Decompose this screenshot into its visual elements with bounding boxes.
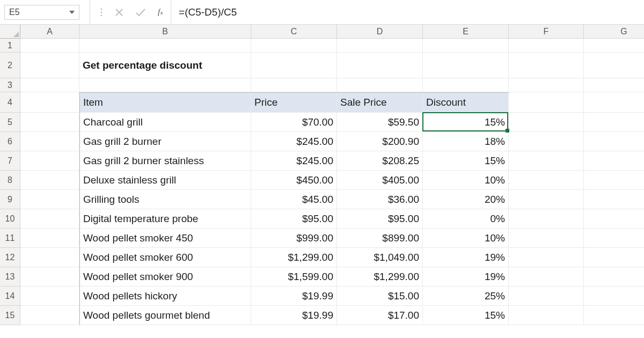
formula-expand-icon[interactable]: [100, 8, 103, 17]
cell[interactable]: [509, 132, 584, 151]
enter-icon[interactable]: [135, 8, 146, 17]
price-cell[interactable]: $19.99: [251, 286, 337, 306]
sale-price-cell[interactable]: $36.00: [337, 190, 423, 209]
item-cell[interactable]: Wood pellets gourmet blend: [79, 306, 251, 325]
cell[interactable]: [584, 53, 644, 78]
cell[interactable]: [337, 53, 423, 78]
row-header[interactable]: 11: [0, 229, 20, 248]
cell[interactable]: [584, 229, 644, 248]
cell[interactable]: [20, 113, 79, 132]
cell[interactable]: [423, 39, 509, 53]
cell[interactable]: [251, 78, 337, 92]
price-cell[interactable]: $1,299.00: [251, 248, 337, 267]
name-box[interactable]: E5: [4, 5, 79, 20]
item-cell[interactable]: Digital temperature probe: [79, 209, 251, 229]
column-header[interactable]: E: [423, 25, 509, 39]
cell[interactable]: [509, 306, 584, 325]
row-header[interactable]: 14: [0, 286, 20, 306]
cell[interactable]: [509, 39, 584, 53]
cell[interactable]: [584, 151, 644, 171]
item-cell[interactable]: Gas grill 2 burner stainless: [79, 151, 251, 171]
item-cell[interactable]: Gas grill 2 burner: [79, 132, 251, 151]
column-header[interactable]: C: [251, 25, 337, 39]
item-cell[interactable]: Wood pellets hickory: [79, 286, 251, 306]
table-header[interactable]: Item: [79, 92, 251, 113]
cell[interactable]: [509, 209, 584, 229]
cell[interactable]: [20, 267, 79, 286]
sale-price-cell[interactable]: $1,049.00: [337, 248, 423, 267]
row-header[interactable]: 4: [0, 92, 20, 113]
cell[interactable]: [20, 92, 79, 113]
row-header[interactable]: 7: [0, 151, 20, 171]
cell[interactable]: [423, 53, 509, 78]
column-header[interactable]: G: [584, 25, 644, 39]
cell[interactable]: [79, 78, 251, 92]
cell[interactable]: [509, 53, 584, 78]
discount-cell[interactable]: 20%: [423, 190, 509, 209]
price-cell[interactable]: $19.99: [251, 306, 337, 325]
row-header[interactable]: 12: [0, 248, 20, 267]
cell[interactable]: [584, 190, 644, 209]
cell[interactable]: [509, 92, 584, 113]
cell[interactable]: [423, 78, 509, 92]
spreadsheet-grid[interactable]: ABCDEFG12Get percentage discount34ItemPr…: [0, 25, 644, 325]
cell[interactable]: [584, 171, 644, 190]
price-cell[interactable]: $245.00: [251, 132, 337, 151]
row-header[interactable]: 15: [0, 306, 20, 325]
cell[interactable]: [251, 39, 337, 53]
cell[interactable]: [584, 78, 644, 92]
discount-cell[interactable]: 10%: [423, 171, 509, 190]
cell[interactable]: [509, 113, 584, 132]
discount-cell[interactable]: 15%: [423, 151, 509, 171]
discount-cell[interactable]: 18%: [423, 132, 509, 151]
sale-price-cell[interactable]: $59.50: [337, 113, 423, 132]
row-header[interactable]: 5: [0, 113, 20, 132]
cell[interactable]: [584, 286, 644, 306]
cell[interactable]: [584, 248, 644, 267]
sale-price-cell[interactable]: $208.25: [337, 151, 423, 171]
discount-cell[interactable]: 25%: [423, 286, 509, 306]
cell[interactable]: [584, 113, 644, 132]
page-title[interactable]: Get percentage discount: [79, 53, 251, 78]
cell[interactable]: [251, 53, 337, 78]
row-header[interactable]: 6: [0, 132, 20, 151]
cell[interactable]: [20, 248, 79, 267]
chevron-down-icon[interactable]: [69, 11, 75, 14]
cell[interactable]: [584, 132, 644, 151]
cell[interactable]: [584, 92, 644, 113]
cell[interactable]: [20, 209, 79, 229]
price-cell[interactable]: $999.00: [251, 229, 337, 248]
table-header[interactable]: Discount: [423, 92, 509, 113]
item-cell[interactable]: Wood pellet smoker 600: [79, 248, 251, 267]
row-header[interactable]: 2: [0, 53, 20, 78]
cell[interactable]: [509, 171, 584, 190]
cell[interactable]: [509, 190, 584, 209]
row-header[interactable]: 9: [0, 190, 20, 209]
cell[interactable]: [584, 39, 644, 53]
item-cell[interactable]: Charcoal grill: [79, 113, 251, 132]
cell[interactable]: [584, 267, 644, 286]
item-cell[interactable]: Deluxe stainless grill: [79, 171, 251, 190]
cell[interactable]: [20, 39, 79, 53]
sale-price-cell[interactable]: $405.00: [337, 171, 423, 190]
formula-input[interactable]: =(C5-D5)/C5: [171, 0, 644, 24]
item-cell[interactable]: Grilling tools: [79, 190, 251, 209]
cell[interactable]: [20, 286, 79, 306]
cell[interactable]: [509, 286, 584, 306]
cell[interactable]: [509, 248, 584, 267]
item-cell[interactable]: Wood pellet smoker 900: [79, 267, 251, 286]
price-cell[interactable]: $1,599.00: [251, 267, 337, 286]
discount-cell[interactable]: 19%: [423, 248, 509, 267]
select-all-corner[interactable]: [0, 25, 20, 39]
row-header[interactable]: 3: [0, 78, 20, 92]
price-cell[interactable]: $45.00: [251, 190, 337, 209]
cell[interactable]: [20, 306, 79, 325]
table-header[interactable]: Price: [251, 92, 337, 113]
item-cell[interactable]: Wood pellet smoker 450: [79, 229, 251, 248]
cell[interactable]: [337, 78, 423, 92]
cell[interactable]: [509, 267, 584, 286]
sale-price-cell[interactable]: $200.90: [337, 132, 423, 151]
sale-price-cell[interactable]: $15.00: [337, 286, 423, 306]
row-header[interactable]: 1: [0, 39, 20, 53]
cell[interactable]: [20, 132, 79, 151]
